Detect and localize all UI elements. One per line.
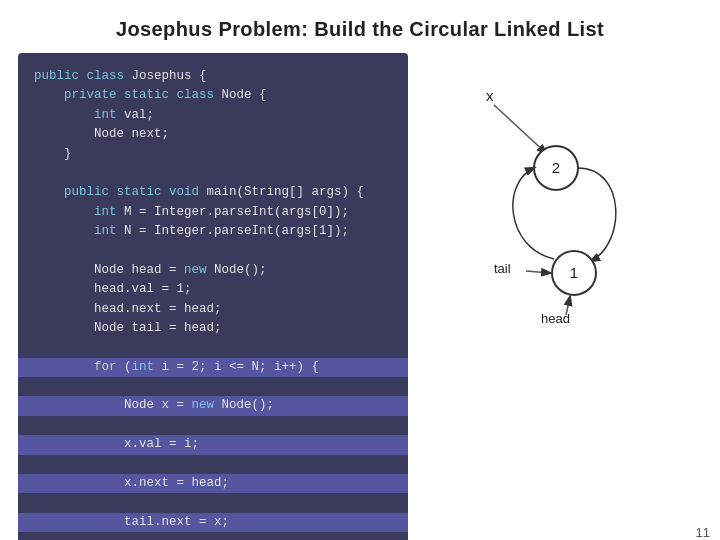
code-line-17: Node x = new Node();	[18, 396, 408, 415]
code-line-18: x.val = i;	[18, 435, 408, 454]
code-line-9: int N = Integer.parseInt(args[1]);	[34, 224, 349, 238]
code-panel: public class Josephus { private static c…	[18, 53, 408, 540]
page-title: Josephus Problem: Build the Circular Lin…	[0, 0, 720, 53]
circular-list-diagram: x 2 1 tail head	[426, 73, 686, 373]
code-line-4: Node next;	[34, 127, 169, 141]
code-line-10	[34, 243, 42, 257]
head-label: head	[541, 311, 570, 326]
code-line-11: Node head = new Node();	[34, 263, 267, 277]
code-line-12: head.val = 1;	[34, 282, 192, 296]
svg-line-1	[526, 271, 550, 273]
code-line-13: head.next = head;	[34, 302, 222, 316]
diagram-area: x 2 1 tail head	[426, 53, 702, 540]
code-line-3: int val;	[34, 108, 154, 122]
node-2-label: 2	[552, 159, 560, 176]
code-line-8: int M = Integer.parseInt(args[0]);	[34, 205, 349, 219]
page-container: Josephus Problem: Build the Circular Lin…	[0, 0, 720, 540]
node-1-label: 1	[570, 264, 578, 281]
code-line-15	[34, 340, 42, 354]
slide-number: 11	[696, 525, 710, 540]
code-line-6	[34, 166, 42, 180]
code-line-1: public class Josephus {	[34, 69, 207, 83]
code-line-20: tail.next = x;	[18, 513, 408, 532]
code-line-14: Node tail = head;	[34, 321, 222, 335]
code-line-5: }	[34, 147, 72, 161]
code-line-7: public static void main(String[] args) {	[34, 185, 364, 199]
code-line-2: private static class Node {	[34, 88, 267, 102]
code-line-16: for (int i = 2; i <= N; i++) {	[18, 358, 408, 377]
tail-label: tail	[494, 261, 511, 276]
x-label: x	[486, 87, 494, 104]
code-line-19: x.next = head;	[18, 474, 408, 493]
svg-line-0	[494, 105, 546, 153]
